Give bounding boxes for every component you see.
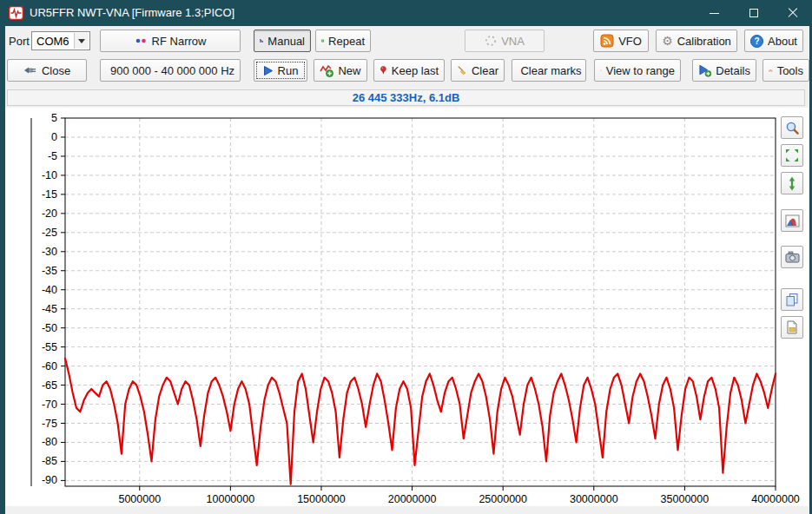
repeat-label: Repeat — [328, 35, 365, 48]
svg-text:-75: -75 — [42, 418, 57, 430]
vna-button[interactable]: VNA — [465, 30, 545, 52]
svg-text:-60: -60 — [42, 360, 57, 372]
svg-text:40000000: 40000000 — [751, 493, 800, 505]
svg-text:-50: -50 — [42, 322, 57, 334]
svg-text:30000000: 30000000 — [570, 493, 618, 505]
copy-button[interactable] — [781, 288, 803, 311]
snapshot-button[interactable] — [781, 246, 803, 268]
vertical-arrow-icon — [785, 176, 799, 191]
clear-marks-button[interactable]: Clear marks — [512, 59, 586, 82]
svg-text:10000000: 10000000 — [207, 493, 255, 505]
svg-text:-65: -65 — [42, 379, 57, 392]
run-label: Run — [278, 64, 299, 77]
rf-narrow-label: RF Narrow — [152, 35, 207, 48]
title-bar: UR5FFR NWT-VNA [Firmware 1.3;PICO] — [0, 0, 812, 26]
question-icon: ? — [750, 35, 763, 48]
port-label: Port — [9, 35, 30, 48]
new-button[interactable]: New — [314, 59, 367, 82]
gear-icon: ⚙ — [662, 35, 673, 47]
view-to-range-button[interactable]: View to range — [594, 59, 681, 82]
export-button[interactable] — [781, 316, 803, 339]
svg-text:-45: -45 — [42, 303, 57, 315]
svg-text:-10: -10 — [42, 169, 57, 181]
broom-icon — [457, 63, 467, 77]
manual-button[interactable]: Manual — [254, 30, 311, 52]
svg-text:-70: -70 — [42, 399, 57, 411]
tools-label: Tools — [777, 64, 803, 77]
svg-text:5000000: 5000000 — [118, 493, 161, 505]
app-logo-icon — [9, 6, 23, 20]
red-pin-icon — [380, 63, 387, 77]
run-button[interactable]: Run — [254, 59, 307, 82]
application-window: UR5FFR NWT-VNA [Firmware 1.3;PICO] Port … — [0, 0, 812, 514]
film-icon — [321, 35, 324, 47]
fit-screen-button[interactable] — [781, 144, 803, 167]
camera-icon — [785, 251, 800, 263]
marker-readout: 26 445 333Hz, 6.1dB — [353, 91, 460, 104]
close-icon — [788, 8, 798, 18]
svg-text:5: 5 — [51, 112, 57, 124]
page-export-icon — [785, 320, 799, 334]
rainbow-icon — [769, 65, 773, 76]
svg-text:-90: -90 — [42, 474, 57, 486]
chart-area[interactable]: 50-5-10-15-20-25-30-35-40-45-50-55-60-65… — [5, 108, 809, 506]
frequency-range-button[interactable]: 900 000 - 40 000 000 Hz — [100, 59, 241, 82]
svg-text:-40: -40 — [42, 284, 57, 296]
keep-last-label: Keep last — [392, 64, 439, 77]
svg-text:-30: -30 — [42, 246, 57, 258]
calibration-button[interactable]: ⚙ Calibration — [656, 30, 737, 52]
calibration-label: Calibration — [677, 35, 731, 48]
view-to-range-label: View to range — [606, 64, 675, 77]
zoom-button[interactable] — [781, 116, 803, 139]
rf-narrow-button[interactable]: RF Narrow — [100, 30, 241, 52]
bar-chart-icon — [260, 35, 263, 47]
about-button[interactable]: ? About — [744, 30, 803, 52]
svg-text:-80: -80 — [42, 436, 57, 448]
repeat-button[interactable]: Repeat — [315, 30, 371, 52]
svg-text:15000000: 15000000 — [297, 493, 346, 505]
maximize-icon — [749, 9, 758, 17]
sweep-plot[interactable]: 50-5-10-15-20-25-30-35-40-45-50-55-60-65… — [5, 108, 809, 506]
about-label: About — [768, 35, 797, 48]
dotted-circle-icon — [485, 35, 497, 47]
details-button[interactable]: Details — [692, 59, 756, 82]
svg-text:-85: -85 — [42, 455, 57, 467]
clear-button[interactable]: Clear — [451, 59, 505, 82]
svg-text:-25: -25 — [42, 227, 57, 239]
close-port-label: Close — [42, 64, 70, 77]
clear-label: Clear — [472, 64, 498, 77]
dots-icon — [135, 36, 148, 46]
vfo-signal-icon — [600, 34, 614, 48]
manual-label: Manual — [267, 35, 305, 48]
svg-text:-55: -55 — [42, 341, 57, 353]
close-window-button[interactable] — [773, 0, 812, 26]
new-label: New — [338, 64, 360, 77]
chart-image-button[interactable] — [781, 209, 803, 232]
frequency-range-label: 900 000 - 40 000 000 Hz — [110, 64, 234, 77]
expand-arrows-icon — [785, 148, 799, 162]
svg-text:-5: -5 — [48, 150, 57, 162]
maximize-button[interactable] — [734, 0, 773, 26]
measurement-readout-band: 26 445 333Hz, 6.1dB — [7, 89, 805, 106]
port-value: COM6 — [36, 35, 69, 48]
tools-button[interactable]: Tools — [762, 59, 809, 82]
keep-last-button[interactable]: Keep last — [373, 59, 445, 82]
close-port-button[interactable]: Close — [7, 59, 87, 82]
new-chart-icon — [320, 63, 333, 77]
copy-icon — [785, 293, 799, 306]
vfo-button[interactable]: VFO — [593, 30, 649, 52]
minimize-button[interactable] — [695, 0, 734, 26]
svg-text:35000000: 35000000 — [661, 493, 710, 505]
play-icon — [263, 65, 274, 76]
vna-label: VNA — [501, 35, 525, 48]
play-plus-icon — [698, 63, 711, 77]
svg-text:25000000: 25000000 — [479, 493, 527, 505]
chevron-down-icon — [74, 33, 89, 49]
details-label: Details — [716, 64, 750, 77]
port-select[interactable]: COM6 — [31, 31, 90, 50]
svg-text:-35: -35 — [42, 265, 57, 277]
minimize-icon — [710, 13, 719, 14]
select-range-icon — [600, 63, 602, 77]
fit-vertical-button[interactable] — [781, 172, 803, 194]
plug-icon — [23, 65, 37, 76]
